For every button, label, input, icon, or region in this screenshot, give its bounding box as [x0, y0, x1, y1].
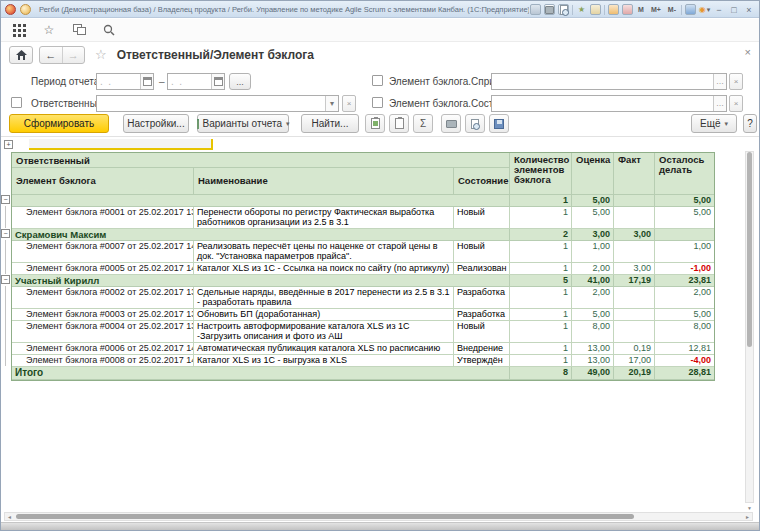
info-menu-icon[interactable]: ◉▾: [699, 4, 710, 15]
responsible-input[interactable]: [97, 98, 325, 109]
cell-name[interactable]: Перенести обороты по регистру Фактическа…: [194, 207, 454, 229]
cell-group-label[interactable]: Участный Кирилл: [12, 275, 510, 287]
cell-backlog-item[interactable]: Элемент бэклога #0002 от 25.02.2017 13:1…: [12, 287, 194, 309]
cell-fact[interactable]: 20,19: [614, 367, 655, 380]
table-row-detail[interactable]: Элемент бэклога #0001 от 25.02.2017 13:1…: [12, 207, 714, 229]
cell-count[interactable]: 1: [510, 263, 572, 275]
sprint-clear-button[interactable]: ×: [729, 73, 743, 90]
cell-name[interactable]: Автоматическая публикация каталога XLS п…: [194, 343, 454, 355]
cell-name[interactable]: Настроить автоформирование каталога XLS …: [194, 321, 454, 343]
table-row-total[interactable]: Итого849,0020,1928,81: [12, 367, 714, 380]
vertical-scroll-thumb[interactable]: [747, 152, 752, 347]
calculator-icon[interactable]: [622, 4, 633, 15]
menu-grid-icon[interactable]: [11, 22, 27, 38]
cell-fact[interactable]: [614, 207, 655, 229]
vertical-scrollbar[interactable]: [745, 151, 754, 503]
print-preview-icon[interactable]: [558, 4, 569, 15]
close-button[interactable]: ×: [743, 4, 755, 15]
close-form-icon[interactable]: ×: [745, 46, 751, 58]
state-clear-button[interactable]: ×: [729, 95, 743, 112]
table-row-group[interactable]: Участный Кирилл541,0017,1923,81: [12, 275, 714, 287]
paste-icon[interactable]: [365, 114, 385, 133]
table-row-detail[interactable]: Элемент бэклога #0002 от 25.02.2017 13:1…: [12, 287, 714, 309]
table-row-group[interactable]: 15,005,00: [12, 195, 714, 207]
group-collapse-icon[interactable]: −: [1, 275, 10, 284]
search-icon[interactable]: [101, 22, 117, 38]
calendar-picker-icon[interactable]: [211, 74, 224, 89]
minimize-button[interactable]: −: [713, 4, 725, 15]
cell-remaining[interactable]: -4,00: [655, 355, 714, 367]
save-icon[interactable]: [530, 4, 541, 15]
sheet-selection-cell[interactable]: [29, 139, 213, 150]
more-button[interactable]: Ещё▾: [691, 114, 737, 133]
cell-fact[interactable]: [614, 287, 655, 309]
back-button[interactable]: ←: [40, 47, 63, 63]
panels-icon[interactable]: [685, 4, 696, 15]
group-collapse-icon[interactable]: −: [1, 229, 10, 238]
cell-name[interactable]: Каталог XLS из 1С - выгрузка в XLS: [194, 355, 454, 367]
expand-all-icon[interactable]: +: [4, 140, 13, 149]
cell-estimate[interactable]: 13,00: [572, 343, 614, 355]
responsible-dropdown-icon[interactable]: ▾: [325, 96, 338, 111]
cell-count[interactable]: 5: [510, 275, 572, 287]
cell-estimate[interactable]: 49,00: [572, 367, 614, 380]
cell-remaining[interactable]: 23,81: [655, 275, 714, 287]
calendar-icon[interactable]: [608, 4, 619, 15]
report-variants-button[interactable]: Варианты отчета▾: [197, 114, 289, 133]
history-icon[interactable]: [590, 4, 601, 15]
forward-button[interactable]: →: [63, 47, 85, 63]
table-row-detail[interactable]: Элемент бэклога #0007 от 25.02.2017 14:2…: [12, 241, 714, 263]
memory-m-plus-button[interactable]: М+: [649, 4, 663, 15]
cell-fact[interactable]: [614, 241, 655, 263]
cell-group-label[interactable]: Скрамович Максим: [12, 229, 510, 241]
add-favorite-icon[interactable]: ★: [576, 4, 587, 15]
cell-estimate[interactable]: 5,00: [572, 207, 614, 229]
sprint-choose-icon[interactable]: …: [713, 74, 726, 89]
cell-estimate[interactable]: 5,00: [572, 195, 614, 207]
cell-remaining[interactable]: 5,00: [655, 207, 714, 229]
group-collapse-icon[interactable]: −: [1, 195, 10, 204]
cell-group-label[interactable]: [12, 195, 510, 207]
state-choose-icon[interactable]: …: [713, 96, 726, 111]
preview-report-icon[interactable]: [465, 114, 485, 133]
cell-fact[interactable]: 3,00: [614, 229, 655, 241]
save-report-icon[interactable]: [489, 114, 509, 133]
cell-estimate[interactable]: 1,00: [572, 241, 614, 263]
horizontal-scrollbar[interactable]: ◄ ►: [4, 512, 753, 521]
scroll-right-arrow[interactable]: ►: [743, 514, 752, 520]
responsible-clear-button[interactable]: ×: [342, 95, 356, 112]
period-to-input[interactable]: [168, 76, 211, 87]
settings-button[interactable]: Настройки...: [123, 114, 189, 133]
copy-icon[interactable]: [389, 114, 409, 133]
cell-remaining[interactable]: 1,00: [655, 241, 714, 263]
cell-state[interactable]: Внедрение: [454, 343, 510, 355]
cell-count[interactable]: 1: [510, 321, 572, 343]
state-checkbox[interactable]: [372, 97, 383, 108]
period-from-input[interactable]: [97, 76, 140, 87]
app-secondary-icon[interactable]: [20, 4, 31, 15]
cell-backlog-item[interactable]: Элемент бэклога #0005 от 25.02.2017 14:3…: [12, 263, 194, 275]
cell-name[interactable]: Обновить БП (доработанная): [194, 309, 454, 321]
state-input[interactable]: [492, 98, 713, 109]
cell-backlog-item[interactable]: Элемент бэклога #0003 от 25.02.2017 13:2…: [12, 309, 194, 321]
cell-remaining[interactable]: 5,00: [655, 309, 714, 321]
table-row-detail[interactable]: Элемент бэклога #0004 от 25.02.2017 13:4…: [12, 321, 714, 343]
cell-estimate[interactable]: 5,00: [572, 309, 614, 321]
table-row-detail[interactable]: Элемент бэклога #0003 от 25.02.2017 13:2…: [12, 309, 714, 321]
cell-name[interactable]: Каталог XLS из 1С - Ссылка на поиск по с…: [194, 263, 454, 275]
report-favorite-star-icon[interactable]: ☆: [95, 47, 107, 62]
cell-remaining[interactable]: -1,00: [655, 263, 714, 275]
cell-count[interactable]: 1: [510, 343, 572, 355]
cell-fact[interactable]: [614, 195, 655, 207]
cell-backlog-item[interactable]: Элемент бэклога #0007 от 25.02.2017 14:2…: [12, 241, 194, 263]
cell-count[interactable]: 1: [510, 195, 572, 207]
sprint-checkbox[interactable]: [372, 75, 383, 86]
cell-count[interactable]: 1: [510, 207, 572, 229]
cell-fact[interactable]: 3,00: [614, 263, 655, 275]
cell-fact[interactable]: [614, 309, 655, 321]
cell-remaining[interactable]: 12,81: [655, 343, 714, 355]
cell-remaining[interactable]: 2,00: [655, 287, 714, 309]
favorites-star-icon[interactable]: ☆: [41, 22, 57, 38]
table-row-detail[interactable]: Элемент бэклога #0008 от 25.02.2017 14:4…: [12, 355, 714, 367]
responsible-checkbox[interactable]: [11, 97, 22, 108]
